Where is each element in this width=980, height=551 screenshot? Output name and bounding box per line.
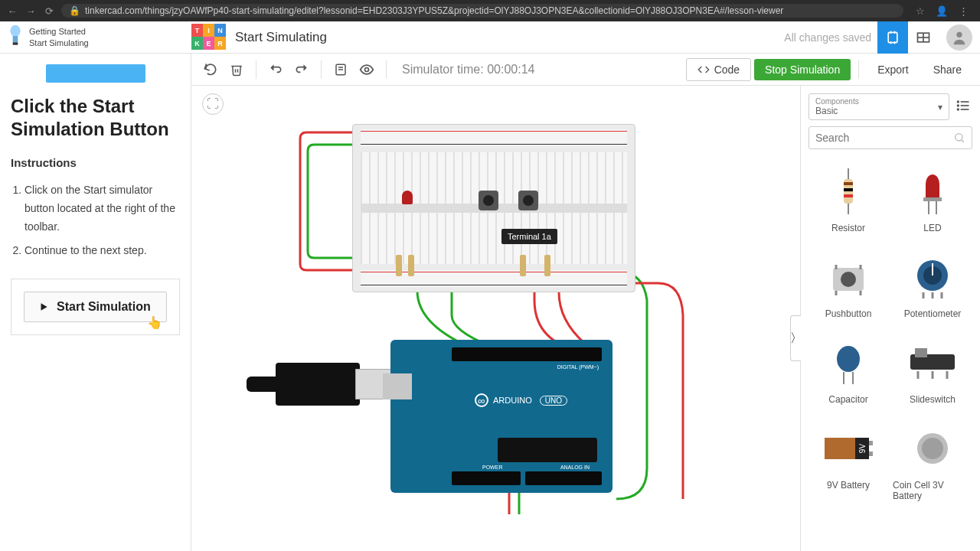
- component-label: Coin Cell 3V Battery: [893, 480, 972, 501]
- zoom-fit-icon[interactable]: ⛶: [202, 93, 224, 115]
- component-potentiometer[interactable]: Potentiometer: [893, 246, 972, 324]
- component-icon: [825, 250, 871, 304]
- arduino-model: UNO: [540, 396, 567, 406]
- browser-chrome: ← → ⟳ 🔒 tinkercad.com/things/jzyOAWfPp40…: [0, 0, 980, 21]
- component-9v-battery[interactable]: 9V9V Battery: [808, 417, 888, 506]
- svg-rect-1: [13, 36, 18, 42]
- browser-url-bar[interactable]: 🔒 tinkercad.com/things/jzyOAWfPp40-start…: [61, 4, 903, 18]
- components-category-select[interactable]: Components Basic ▾: [808, 93, 949, 120]
- export-button[interactable]: Export: [867, 59, 919, 80]
- svg-rect-28: [844, 188, 853, 191]
- arduino-board[interactable]: ARDUINO UNO DIGITAL (PWM~) ANALOG IN POW…: [390, 340, 612, 493]
- save-status: All changes saved: [784, 31, 871, 44]
- component-capacitor[interactable]: Capacitor: [808, 331, 888, 409]
- play-icon: [38, 302, 49, 312]
- browser-back-icon[interactable]: ←: [6, 5, 18, 17]
- svg-point-46: [837, 346, 860, 372]
- svg-point-20: [958, 101, 959, 103]
- led-component[interactable]: [402, 191, 413, 204]
- component-label: Slideswitch: [910, 394, 956, 405]
- arduino-power-label: POWER: [482, 465, 502, 470]
- component-coin-cell-3v-battery[interactable]: Coin Cell 3V Battery: [893, 417, 972, 506]
- visibility-icon[interactable]: [355, 58, 378, 81]
- resistor-4[interactable]: [544, 255, 550, 276]
- breadcrumb: Getting Started Start Simulating: [29, 26, 89, 48]
- lesson-progress-pill[interactable]: [46, 64, 145, 83]
- cursor-hand-icon: 👆: [147, 315, 162, 330]
- lesson-title: Click the Start Simulation Button: [11, 95, 180, 141]
- instructions-heading: Instructions: [11, 156, 180, 169]
- editor-toolbar: Simulator time: 00:00:14 Code Stop Simul…: [191, 54, 980, 86]
- component-icon: [913, 165, 952, 218]
- resistor-1[interactable]: [396, 255, 402, 276]
- undo-icon[interactable]: [264, 58, 287, 81]
- menu-icon[interactable]: ⋮: [957, 5, 969, 17]
- user-avatar[interactable]: [946, 24, 972, 51]
- component-icon: 9V: [822, 422, 875, 475]
- breadcrumb-line2: Start Simulating: [29, 37, 89, 48]
- component-pushbutton[interactable]: Pushbutton: [808, 246, 888, 324]
- lesson-sidebar: Click the Start Simulation Button Instru…: [0, 54, 191, 551]
- svg-point-0: [10, 25, 20, 37]
- panel-collapse-button[interactable]: 〉: [790, 315, 801, 361]
- stop-simulation-button[interactable]: Stop Simulation: [754, 59, 851, 80]
- instruction-step: Click on the Start simulator button loca…: [24, 181, 180, 236]
- component-resistor[interactable]: Resistor: [808, 160, 888, 238]
- svg-point-21: [958, 105, 959, 106]
- component-icon: [906, 336, 959, 390]
- component-label: LED: [923, 223, 941, 233]
- lock-icon: 🔒: [69, 5, 80, 16]
- code-label: Code: [714, 64, 740, 76]
- component-icon: [829, 165, 867, 218]
- svg-point-15: [365, 67, 369, 71]
- svg-rect-57: [869, 441, 873, 445]
- svg-point-11: [956, 31, 962, 37]
- start-simulation-demo-button[interactable]: Start Simulation: [24, 292, 167, 322]
- resistor-3[interactable]: [520, 255, 526, 276]
- component-label: Resistor: [831, 223, 865, 233]
- start-simulation-demo: Start Simulation 👆: [11, 279, 180, 335]
- browser-url: tinkercad.com/things/jzyOAWfPp40-start-s…: [85, 5, 783, 16]
- app-header: Getting Started Start Simulating TINKER …: [0, 21, 980, 54]
- components-selected: Basic: [815, 106, 838, 116]
- pushbutton-1[interactable]: [479, 191, 498, 210]
- svg-rect-27: [844, 182, 853, 185]
- browser-reload-icon[interactable]: ⟳: [43, 5, 55, 17]
- svg-rect-50: [915, 348, 927, 357]
- breadboard[interactable]: Terminal 1a: [352, 124, 635, 292]
- component-icon: [910, 250, 956, 304]
- profile-icon[interactable]: 👤: [936, 5, 948, 17]
- component-led[interactable]: LED: [893, 160, 972, 238]
- list-view-icon[interactable]: [956, 98, 972, 116]
- resistor-2[interactable]: [408, 255, 414, 276]
- page-title: Start Simulating: [235, 30, 784, 45]
- component-label: Capacitor: [828, 394, 867, 405]
- redo-icon[interactable]: [290, 58, 313, 81]
- instruction-step: Continue to the next step.: [24, 242, 180, 260]
- svg-point-35: [841, 272, 856, 287]
- schematic-view-button[interactable]: [908, 21, 939, 54]
- components-grid: ResistorLEDPushbuttonPotentiometerCapaci…: [808, 160, 972, 506]
- component-search[interactable]: [808, 126, 972, 149]
- circuits-view-button[interactable]: [877, 21, 908, 54]
- stop-sim-label: Stop Simulation: [765, 64, 840, 76]
- lesson-bulb-icon: [8, 24, 23, 50]
- circuit-canvas[interactable]: ⛶ Terminal 1a: [191, 86, 800, 551]
- tinkercad-logo[interactable]: TINKER: [191, 24, 226, 51]
- svg-rect-31: [923, 197, 942, 201]
- chevron-down-icon: ▾: [938, 102, 942, 112]
- component-slideswitch[interactable]: Slideswitch: [893, 331, 972, 409]
- notes-icon[interactable]: [329, 58, 352, 81]
- search-input[interactable]: [815, 132, 953, 144]
- svg-rect-3: [888, 32, 897, 42]
- usb-cable[interactable]: [245, 363, 398, 406]
- rotate-icon[interactable]: [199, 58, 222, 81]
- arduino-brand: ARDUINO: [493, 396, 532, 405]
- share-button[interactable]: Share: [923, 59, 972, 80]
- code-button[interactable]: Code: [686, 58, 751, 81]
- pushbutton-2[interactable]: [518, 191, 538, 210]
- delete-icon[interactable]: [225, 58, 248, 81]
- bookmark-icon[interactable]: ☆: [914, 5, 926, 17]
- arduino-analog-label: ANALOG IN: [560, 465, 590, 470]
- browser-forward-icon[interactable]: →: [24, 5, 37, 17]
